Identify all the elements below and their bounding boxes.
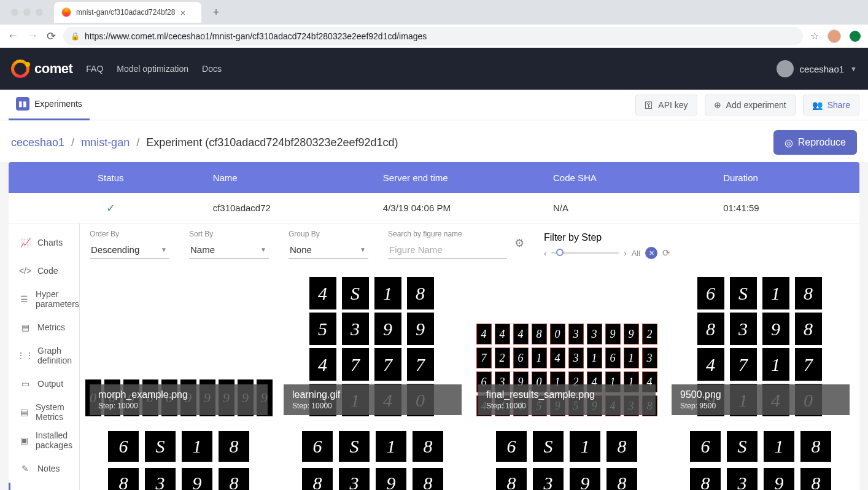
action-row: ▮▮ Experiments ⚿ API key ⊕ Add experimen…	[0, 90, 868, 120]
tab-title: mnist-gan/cf310adacd724bf28	[76, 8, 175, 17]
url-field[interactable]: 🔒 https://www.comet.ml/ceceshao1/mnist-g…	[63, 27, 803, 45]
search-input[interactable]	[388, 241, 507, 259]
image-card[interactable]: 6S188398	[478, 431, 656, 490]
order-by-label: Order By	[90, 230, 169, 238]
step-slider[interactable]	[551, 252, 619, 254]
terminal-icon: ▭	[20, 379, 30, 389]
step-filter-label: Filter by Step	[544, 232, 675, 243]
image-card[interactable]: 4448033992726143161363901241144445959438…	[478, 271, 656, 415]
metrics-icon: ▤	[20, 322, 30, 332]
sidebar-item-graph-definition[interactable]: ⋮⋮Graph definition	[9, 341, 79, 370]
gear-icon[interactable]: ⚙	[514, 236, 524, 250]
image-card[interactable]: 0000099999 morph_example.png Step: 10000	[90, 271, 268, 415]
search-label: Search by figure name	[388, 230, 507, 238]
col-status: Status	[9, 173, 213, 183]
image-grid-row2: 6S188398 6S188398 6S188398 6S188398	[80, 425, 859, 490]
image-card[interactable]: 4S18539947775140 learning.gif Step: 1000…	[284, 271, 462, 415]
image-card[interactable]: 6S188398	[284, 431, 462, 490]
nav-faq[interactable]: FAQ	[86, 64, 103, 74]
status-row: ✓ cf310adacd72 4/3/19 04:06 PM N/A 01:41…	[9, 193, 859, 224]
reload-icon[interactable]: ⟳	[47, 29, 56, 43]
image-caption: final_results_sample.png Step: 10000	[478, 384, 656, 415]
tab-experiments[interactable]: ▮▮ Experiments	[9, 90, 90, 120]
lock-icon: 🔒	[71, 32, 80, 41]
clear-filter-icon[interactable]: ✕	[645, 247, 657, 259]
sidebar-item-output[interactable]: ▭Output	[9, 370, 79, 398]
nav-links: FAQ Model optimization Docs	[86, 64, 222, 74]
sidebar-item-hyperparameters[interactable]: ☰Hyper parameters	[9, 285, 79, 313]
col-sha: Code SHA	[553, 173, 723, 183]
app-navbar: comet FAQ Model optimization Docs cecesh…	[0, 48, 868, 90]
logo-icon	[11, 60, 29, 78]
username: ceceshao1	[800, 64, 845, 74]
new-tab-button[interactable]: +	[207, 6, 225, 19]
tab-bar: mnist-gan/cf310adacd724bf28 × +	[0, 0, 868, 25]
slider-prev-icon[interactable]: ‹	[544, 249, 546, 258]
group-by-select[interactable]: None	[289, 241, 368, 259]
sidebar-item-notes[interactable]: ✎Notes	[9, 454, 79, 483]
nav-controls: ← → ⟳	[7, 29, 56, 43]
step-value: All	[632, 249, 640, 258]
crumb-project[interactable]: mnist-gan	[81, 136, 130, 149]
forward-icon[interactable]: →	[27, 29, 38, 42]
image-caption: morph_example.png Step: 10000	[90, 384, 268, 415]
code-icon: </>	[20, 266, 30, 276]
image-card[interactable]: 6S188398	[90, 431, 268, 490]
content-panel: Order By Descending Sort By Name Group B…	[80, 224, 859, 490]
chart-icon: 📈	[20, 238, 30, 247]
graph-icon: ⋮⋮	[20, 351, 30, 360]
image-caption: learning.gif Step: 10000	[284, 384, 462, 415]
sort-by-select[interactable]: Name	[189, 241, 269, 259]
close-tab-icon[interactable]: ×	[180, 7, 185, 18]
api-key-button[interactable]: ⚿ API key	[635, 95, 697, 115]
fingerprint-icon: ◎	[785, 137, 793, 149]
breadcrumb: ceceshao1 / mnist-gan / Experiment (cf31…	[11, 136, 398, 149]
order-by-select[interactable]: Descending	[90, 241, 169, 259]
col-duration: Duration	[723, 173, 859, 183]
list-icon: ☰	[20, 294, 28, 304]
slider-next-icon[interactable]: ›	[624, 249, 626, 258]
sidebar-item-code[interactable]: </>Code	[9, 257, 79, 285]
profile-avatar-icon[interactable]	[827, 29, 841, 43]
logo[interactable]: comet	[11, 60, 72, 78]
logo-text: comet	[34, 61, 72, 77]
star-icon[interactable]: ☆	[810, 30, 819, 42]
sidebar-item-charts[interactable]: 📈Charts	[9, 228, 79, 257]
sidebar-item-system-metrics[interactable]: ▤System Metrics	[9, 398, 79, 426]
image-caption: 9500.png Step: 9500	[672, 384, 850, 415]
nav-docs[interactable]: Docs	[202, 64, 222, 74]
system-icon: ▤	[20, 407, 28, 417]
image-grid: 0000099999 morph_example.png Step: 10000…	[80, 262, 859, 425]
crumb-workspace[interactable]: ceceshao1	[11, 136, 64, 149]
address-bar: ← → ⟳ 🔒 https://www.comet.ml/ceceshao1/m…	[0, 25, 868, 48]
browser-chrome: mnist-gan/cf310adacd724bf28 × + ← → ⟳ 🔒 …	[0, 0, 868, 48]
group-by-label: Group By	[289, 230, 368, 238]
user-menu[interactable]: ceceshao1 ▼	[777, 60, 857, 77]
col-name: Name	[213, 173, 383, 183]
status-header: Status Name Server end time Code SHA Dur…	[9, 162, 859, 193]
image-card[interactable]: 6S18839847179140 9500.png Step: 9500	[672, 271, 850, 415]
browser-tab[interactable]: mnist-gan/cf310adacd724bf28 ×	[54, 2, 201, 23]
sidebar-item-metrics[interactable]: ▤Metrics	[9, 313, 79, 341]
add-experiment-button[interactable]: ⊕ Add experiment	[705, 95, 796, 115]
sidebar-item-graphics[interactable]: ▦Graphics	[9, 483, 79, 490]
extension-icon[interactable]	[850, 31, 861, 42]
image-card[interactable]: 6S188398	[672, 431, 850, 490]
sidebar: 📈Charts </>Code ☰Hyper parameters ▤Metri…	[9, 224, 80, 490]
sidebar-item-installed-packages[interactable]: ▣Installed packages	[9, 426, 79, 454]
url-text: https://www.comet.ml/ceceshao1/mnist-gan…	[85, 31, 427, 41]
notes-icon: ✎	[20, 464, 30, 473]
crumb-experiment: Experiment (cf310adacd724bf280323e2eef92…	[146, 136, 398, 149]
filter-bar: Order By Descending Sort By Name Group B…	[80, 224, 859, 262]
back-icon[interactable]: ←	[7, 29, 18, 42]
col-endtime: Server end time	[383, 173, 553, 183]
row-duration: 01:41:59	[723, 203, 859, 213]
window-controls[interactable]	[11, 9, 43, 16]
refresh-icon[interactable]: ⟳	[662, 247, 675, 259]
sort-by-label: Sort By	[189, 230, 269, 238]
share-button[interactable]: 👥 Share	[803, 95, 859, 115]
tab-label: Experiments	[34, 99, 82, 109]
favicon-icon	[61, 7, 71, 17]
nav-model-optimization[interactable]: Model optimization	[117, 64, 188, 74]
reproduce-button[interactable]: ◎ Reproduce	[773, 130, 857, 155]
